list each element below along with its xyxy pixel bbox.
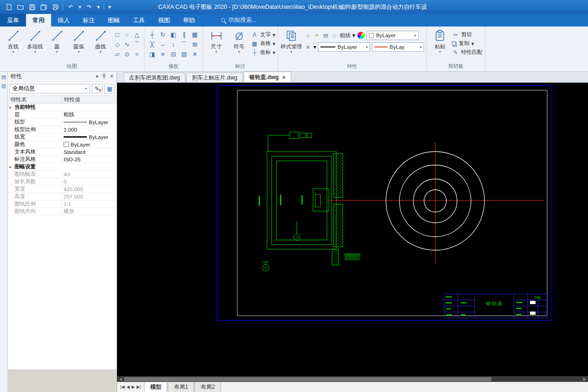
layer-lock-icon[interactable]: □ (331, 32, 338, 39)
layer-on-icon[interactable]: ☼ (305, 32, 312, 39)
property-row[interactable]: ▴ 线型比例 1.000 (8, 126, 117, 133)
expander-icon[interactable]: ▴ (9, 105, 13, 109)
layer-dropdown-icon[interactable]: ▾ (353, 32, 355, 39)
match-properties-button[interactable]: ✎ 特性匹配 (452, 49, 483, 56)
cut-button[interactable]: ✂ 剪切 (452, 31, 483, 38)
modify-tool-icon[interactable]: ◧ (168, 30, 179, 40)
property-row[interactable]: ▴ 图纸比例 1:1 (8, 200, 117, 208)
draw-tool-button[interactable]: 圆 ▾ (46, 27, 68, 53)
layer-print-icon[interactable]: ▤ (322, 32, 329, 39)
property-row[interactable]: ▴ 图纸幅面 A3 (8, 171, 117, 178)
function-search[interactable]: 功能搜索... (221, 14, 256, 27)
modify-tool-icon[interactable]: ↔ (157, 40, 168, 49)
draw-small-tool-icon[interactable]: ⌒ (132, 40, 142, 49)
copy-button[interactable]: 复制 ▾ (452, 40, 483, 47)
property-row[interactable]: ▴ 图纸方向 横放 (8, 208, 117, 215)
modify-tool-icon[interactable]: ✕ (189, 49, 200, 59)
draw-tool-button[interactable]: 曲线 ▾ (90, 27, 111, 53)
lineweight-list-icon[interactable]: ≡ (305, 44, 312, 51)
modify-tool-icon[interactable]: ↻ (157, 30, 168, 40)
ribbon-tab[interactable]: 标注 (76, 14, 101, 27)
dropdown-icon[interactable]: ▾ (290, 50, 292, 53)
annotate-tool-button[interactable]: ▦ 表格 ▾ (251, 40, 275, 47)
layout-nav-icon[interactable]: ◀ (126, 385, 130, 389)
paste-button[interactable]: 粘贴 ▾ (429, 27, 451, 53)
modify-tool-icon[interactable]: ≡ (157, 49, 168, 59)
dropdown-icon[interactable]: ▾ (439, 50, 441, 53)
draw-small-tool-icon[interactable]: ○ (122, 30, 132, 40)
expander-icon[interactable]: ▴ (9, 165, 13, 169)
dropdown-icon[interactable]: ▾ (238, 50, 240, 53)
sheet-panel-tab-icon[interactable]: ▥ (1, 83, 6, 89)
draw-tool-button[interactable]: 圆弧 ▾ (68, 27, 90, 53)
scrollbar-thumb[interactable] (124, 377, 491, 381)
layout-tab[interactable]: 布局2 (195, 382, 221, 392)
property-row[interactable]: ▴ 文本风格 Standard (8, 148, 117, 156)
lineweight-combo[interactable]: ByLay ▾ (372, 42, 424, 52)
dropdown-icon[interactable]: ▾ (273, 49, 275, 56)
modify-tool-icon[interactable]: ╳ (147, 40, 157, 49)
modify-tool-icon[interactable]: ▦ (189, 30, 200, 40)
customize-toolbar-icon[interactable]: ▾ (107, 3, 112, 11)
save-all-icon[interactable] (39, 3, 48, 11)
layout-nav-icon[interactable]: ▶| (137, 385, 141, 389)
ribbon-tab[interactable]: 帮助 (176, 14, 202, 27)
new-document-icon[interactable] (5, 3, 13, 11)
document-tab[interactable]: 左刹车把装配图.dwg ✕ (124, 73, 185, 82)
ribbon-tab[interactable]: 工具 (126, 14, 151, 27)
draw-small-tool-icon[interactable]: △ (132, 30, 142, 40)
tab-close-icon[interactable]: ✕ (282, 75, 286, 80)
modify-tool-icon[interactable]: ∥ (179, 30, 189, 40)
edit-style-button[interactable]: ✎ ✕ (91, 84, 103, 93)
draw-small-tool-icon[interactable]: ≈ (132, 49, 142, 59)
property-row[interactable]: ▴ 颜色 ByLayer (8, 141, 117, 148)
save-icon[interactable] (28, 3, 36, 11)
drawing-canvas[interactable]: 链 轮 盖 20钢 (117, 83, 588, 376)
redo-icon[interactable]: ↷ (85, 3, 93, 11)
dropdown-icon[interactable]: ▾ (273, 32, 275, 38)
modify-tool-icon[interactable]: ┼ (147, 30, 157, 40)
draw-small-tool-icon[interactable]: ∿ (122, 40, 132, 49)
current-layer-name[interactable]: 粗线 (340, 32, 351, 39)
layer-freeze-icon[interactable]: ☀ (314, 32, 320, 39)
dropdown-icon[interactable]: ▾ (56, 50, 58, 53)
color-wheel-icon[interactable] (357, 32, 365, 39)
draw-small-tool-icon[interactable]: ▱ (112, 49, 122, 59)
modify-tool-icon[interactable]: ⌒ (179, 40, 189, 49)
properties-panel-tab-icon[interactable]: ▤ (1, 74, 6, 80)
undo-dropdown-icon[interactable]: ▾ (78, 3, 82, 11)
annotate-tool-button[interactable]: A 文字 ▾ (251, 31, 275, 38)
redo-dropdown-icon[interactable]: ▾ (97, 3, 100, 11)
layout-tab[interactable]: 布局1 (168, 382, 194, 392)
dropdown-icon[interactable]: ▾ (471, 40, 474, 47)
symbol-button[interactable]: 符号 ▾ (228, 27, 250, 53)
modify-tool-icon[interactable]: ⊟ (168, 49, 179, 59)
document-tab[interactable]: 链轮盖.dwg ✕ (244, 72, 292, 82)
dropdown-icon[interactable]: ▾ (314, 44, 316, 50)
scope-selector[interactable]: 全局信息 ▾ (9, 84, 90, 93)
draw-small-tool-icon[interactable]: ⊙ (122, 49, 132, 59)
ribbon-tab[interactable]: 插入 (51, 14, 76, 27)
color-combo[interactable]: ByLayer ▾ (366, 31, 418, 40)
layout-nav-icon[interactable]: |◀ (120, 385, 124, 389)
linetype-combo[interactable]: ByLayer ▾ (318, 42, 370, 52)
open-file-icon[interactable] (16, 3, 25, 11)
modify-tool-icon[interactable]: ◨ (147, 49, 157, 59)
undo-icon[interactable]: ↶ (66, 3, 75, 11)
document-tab[interactable]: 刹车上触压片.dwg ✕ (186, 73, 242, 82)
property-row[interactable]: ▴ 高度 297.000 (8, 193, 117, 200)
dropdown-icon[interactable]: ▾ (12, 50, 14, 53)
layout-tab[interactable]: 模型 (144, 382, 167, 392)
property-row[interactable]: ▴ 宽度 420.000 (8, 186, 117, 193)
draw-tool-button[interactable]: 多段线 ▾ (24, 27, 46, 53)
property-row[interactable]: ▴ 线宽 ByLayer (8, 133, 117, 141)
draw-small-tool-icon[interactable]: ◇ (112, 40, 122, 49)
style-manager-button[interactable]: 样式管理 ▾ (281, 27, 302, 53)
dropdown-icon[interactable]: ▾ (215, 50, 217, 53)
draw-tool-button[interactable]: 直线 ▾ (2, 27, 24, 53)
horizontal-scrollbar[interactable]: ◀ ▶ (117, 376, 588, 382)
modify-tool-icon[interactable]: ▤ (179, 49, 189, 59)
property-row[interactable]: ▴ 标注风格 ISO-25 (8, 156, 117, 163)
dropdown-icon[interactable]: ▾ (273, 40, 275, 47)
property-row[interactable]: ▴ 图幅设置 (8, 163, 117, 171)
